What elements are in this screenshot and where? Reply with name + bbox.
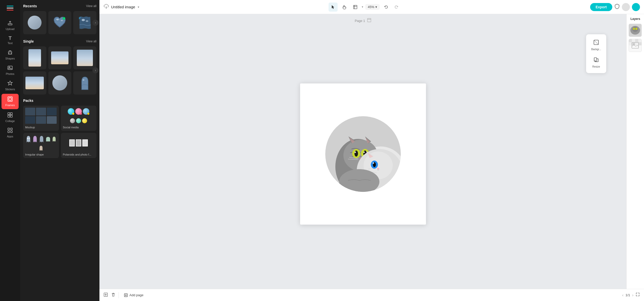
nav-item-upload[interactable]: Upload (2, 18, 19, 33)
crop-tool-btn[interactable] (351, 3, 360, 12)
packs-grid: Mockup (23, 106, 96, 158)
recents-view-all[interactable]: View all (86, 4, 96, 8)
page-label: Page 1 (355, 18, 371, 23)
svg-rect-15 (11, 128, 12, 130)
add-page-label: Add page (129, 293, 144, 297)
save-cloud-icon[interactable] (103, 4, 109, 10)
bottom-bar: Add page ‹ 1/1 › (99, 289, 644, 301)
layer-item-2[interactable] (629, 39, 642, 52)
collage-icon (7, 112, 13, 118)
pack-card-mockup[interactable]: Mockup (23, 106, 59, 131)
nav-item-stickers[interactable]: Stickers (2, 78, 19, 93)
layers-title: Layers (629, 17, 642, 21)
single-title: Single (23, 39, 34, 43)
nav-item-text[interactable]: T Text (2, 34, 19, 47)
hand-tool-btn[interactable] (340, 3, 349, 12)
add-frame-icon[interactable] (103, 292, 108, 298)
nav-item-photos[interactable]: Photos (2, 63, 19, 77)
export-button[interactable]: Export (590, 3, 612, 11)
main-area: Untitled image ▾ ▾ (99, 0, 644, 301)
single-view-all[interactable]: View all (86, 40, 96, 43)
irregular-label: Irregular shape (23, 153, 59, 156)
circle-frame-element[interactable] (325, 116, 401, 192)
user-avatar[interactable] (632, 3, 640, 11)
upload-icon (7, 20, 13, 26)
shapes-icon (7, 50, 13, 56)
recents-title: Recents (23, 4, 37, 8)
prev-page-btn[interactable]: ‹ (622, 293, 623, 297)
svg-point-43 (354, 150, 358, 157)
svg-rect-12 (8, 115, 10, 117)
next-page-btn[interactable]: › (632, 293, 633, 297)
zoom-control[interactable]: 45% ▾ (365, 4, 380, 10)
svg-point-19 (61, 20, 63, 21)
single-thumb-3[interactable] (73, 46, 96, 70)
svg-rect-28 (353, 5, 357, 9)
canvas-area: Page 1 (99, 14, 626, 289)
pack-card-social[interactable]: Social media (61, 106, 97, 131)
recent-thumb-1[interactable] (23, 11, 46, 34)
crop-dropdown-icon[interactable]: ▾ (362, 5, 363, 9)
nav-item-shapes[interactable]: Shapes (2, 48, 19, 62)
single-arrow[interactable]: › (92, 67, 98, 73)
select-tool-btn[interactable] (329, 3, 338, 12)
resize-prop-btn[interactable]: Resize (589, 55, 603, 70)
svg-text:✓: ✓ (63, 18, 65, 19)
zoom-value: 45% (368, 5, 374, 9)
resize-label: Resize (592, 65, 600, 68)
background-prop-btn[interactable]: Backgr... (589, 37, 603, 53)
single-thumb-6[interactable] (73, 71, 96, 95)
single-thumb-4[interactable] (23, 71, 46, 95)
document-title[interactable]: Untitled image (111, 5, 135, 9)
page-counter: 1/1 (626, 293, 630, 297)
resize-icon (593, 57, 599, 64)
undo-btn[interactable] (382, 3, 391, 12)
recent-thumb-2[interactable]: ✓ (48, 11, 71, 34)
svg-point-25 (83, 79, 84, 81)
layer-item-1[interactable] (629, 24, 642, 37)
single-section-header: Single View all (23, 39, 96, 43)
single-thumb-5[interactable] (48, 71, 71, 95)
nav-item-apps[interactable]: Apps (2, 126, 19, 140)
recents-arrow[interactable]: › (92, 20, 98, 26)
packs-section: Packs Mockup (23, 99, 96, 158)
redo-btn[interactable] (392, 3, 401, 12)
packs-title: Packs (23, 99, 96, 103)
canvas-document[interactable] (300, 83, 426, 225)
svg-rect-73 (629, 42, 632, 46)
nav-item-collage[interactable]: Collage (2, 110, 19, 125)
svg-rect-71 (635, 39, 638, 42)
left-panel: Recents View all ✓ (20, 0, 99, 301)
shield-icon[interactable] (614, 4, 620, 10)
nav-label-shapes: Shapes (5, 57, 15, 60)
svg-rect-16 (8, 131, 10, 133)
svg-rect-10 (8, 113, 10, 115)
app-logo[interactable] (5, 3, 15, 13)
nav-label-collage: Collage (5, 119, 15, 123)
pack-card-polaroid[interactable]: Polaroids and photo f... (61, 133, 97, 158)
trash-icon[interactable] (111, 292, 116, 298)
fit-to-screen-icon[interactable] (635, 292, 640, 298)
zoom-dropdown-icon: ▾ (375, 5, 377, 9)
svg-rect-14 (8, 128, 10, 130)
title-dropdown-icon[interactable]: ▾ (138, 5, 139, 9)
svg-point-59 (377, 168, 379, 169)
nav-label-stickers: Stickers (5, 88, 15, 91)
user-avatar-placeholder[interactable] (622, 3, 630, 11)
svg-rect-72 (638, 39, 642, 42)
pack-card-irregular[interactable]: Irregular shape (23, 133, 59, 158)
page-label-text: Page 1 (355, 19, 365, 23)
page-settings-icon[interactable] (367, 18, 371, 23)
nav-label-apps: Apps (7, 135, 13, 138)
add-page-button[interactable]: Add page (122, 292, 146, 298)
text-icon: T (9, 36, 12, 41)
svg-point-18 (56, 19, 59, 20)
single-thumb-2[interactable] (48, 46, 71, 70)
svg-point-58 (373, 162, 374, 164)
nav-item-frames[interactable]: Frames (2, 94, 19, 109)
social-label: Social media (61, 126, 97, 129)
svg-rect-13 (10, 115, 12, 117)
single-thumb-1[interactable] (23, 46, 46, 70)
top-bar-right: Export (590, 3, 640, 11)
mockup-label: Mockup (23, 126, 59, 129)
